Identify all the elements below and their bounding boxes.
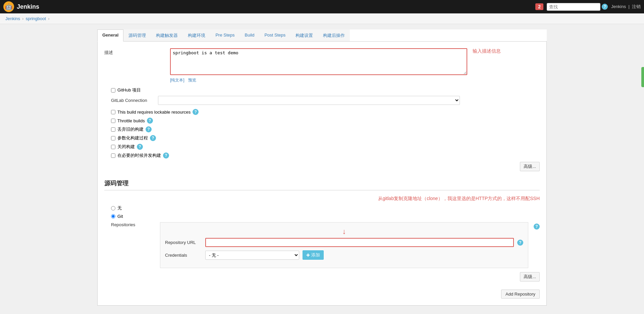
tab-source[interactable]: 源码管理 — [123, 29, 151, 41]
desc-control: springboot is a test demo [纯文本] 预览 — [170, 48, 467, 83]
add-cred-icon: ✚ — [306, 253, 310, 258]
throttle-checkbox[interactable] — [111, 119, 115, 123]
source-annotation: 从gitlab复制克隆地址（clone），我这里选的是HTTP方式的，这样不用配… — [378, 196, 540, 202]
throttle-row: Throttle builds ? — [111, 118, 540, 124]
gitlab-row: GitLab Connection — [111, 96, 540, 105]
right-bar-indicator — [641, 67, 644, 87]
add-cred-label: 添加 — [311, 252, 320, 258]
radio-none-row: 无 — [111, 205, 540, 211]
breadcrumb-sep-1: › — [22, 16, 23, 21]
tab-general[interactable]: General — [97, 29, 123, 42]
tabs-bar: General 源码管理 构建触发器 构建环境 Pre Steps Build … — [97, 29, 547, 42]
breadcrumb-springboot[interactable]: springboot — [25, 16, 46, 21]
repo-help-icon[interactable]: ? — [534, 224, 540, 230]
concurrent-checkbox[interactable] — [111, 153, 115, 158]
disable-checkbox[interactable] — [111, 145, 115, 149]
param-row: 参数化构建过程 ? — [111, 135, 540, 141]
repo-url-input[interactable]: http:// k/springboot.git — [205, 238, 514, 247]
credentials-label: Credentials — [165, 253, 202, 258]
param-checkbox[interactable] — [111, 136, 115, 140]
search-input[interactable] — [547, 3, 600, 11]
repo-actions: 高级... — [104, 272, 540, 281]
add-repo-row: Add Repository — [104, 286, 540, 299]
breadcrumb-sep-2: › — [48, 16, 49, 21]
breadcrumb: Jenkins › springboot › — [0, 13, 644, 24]
lockable-label: This build requires lockable resources — [117, 110, 191, 115]
throttle-help-icon[interactable]: ? — [147, 118, 153, 124]
repo-url-row: Repository URL http:// k/springboot.git … — [165, 238, 523, 247]
general-advanced-btn[interactable]: 高级... — [520, 162, 540, 171]
concurrent-help-icon[interactable]: ? — [163, 152, 169, 159]
discard-help-icon[interactable]: ? — [146, 126, 152, 132]
tab-poststeps[interactable]: Post Steps — [259, 29, 290, 41]
desc-label: 描述 — [104, 48, 165, 56]
tab-presteps[interactable]: Pre Steps — [210, 29, 239, 41]
tab-build[interactable]: Build — [240, 29, 260, 41]
content-panel: 描述 springboot is a test demo [纯文本] 预览 输入… — [97, 42, 547, 306]
desc-annotation: 输入描述信息 — [473, 48, 501, 54]
lockable-checkbox[interactable] — [111, 110, 115, 114]
radio-git-label: Git — [117, 214, 123, 219]
concurrent-label: 在必要的时候并发构建 — [117, 152, 161, 159]
github-row: GitHub 项目 — [111, 87, 540, 93]
add-credentials-btn[interactable]: ✚ 添加 — [303, 250, 324, 260]
arrow-icon: ↓ — [165, 227, 523, 236]
disable-label: 关闭构建 — [117, 144, 135, 150]
username-label: Jenkins — [611, 4, 626, 9]
user-info: Jenkins | 注销 — [611, 4, 641, 10]
logo: 🤖 Jenkins — [3, 1, 39, 12]
search-help-icon[interactable]: ? — [602, 4, 608, 10]
build-badge[interactable]: 2 — [535, 3, 543, 10]
desc-annotation-wrap: 输入描述信息 — [473, 48, 540, 58]
breadcrumb-jenkins[interactable]: Jenkins — [5, 16, 20, 21]
gitlab-label: GitLab Connection — [111, 98, 155, 103]
bottom-save-row: 保存 应用 — [97, 312, 547, 314]
param-label: 参数化构建过程 — [117, 135, 148, 141]
plain-text-link[interactable]: [纯文本] — [170, 78, 184, 82]
lockable-row: This build requires lockable resources ? — [111, 109, 540, 115]
repo-label: Repositories — [111, 222, 155, 227]
repo-advanced-btn[interactable]: 高级... — [520, 272, 540, 281]
radio-none[interactable] — [111, 206, 115, 210]
repositories-row: Repositories ↓ Repository URL http:// k/… — [111, 222, 540, 268]
tab-settings[interactable]: 构建设置 — [290, 29, 318, 41]
navbar: 🤖 Jenkins 2 ? Jenkins | 注销 — [0, 0, 644, 13]
discard-row: 丢弃旧的构建 ? — [111, 126, 540, 132]
concurrent-row: 在必要的时候并发构建 ? — [111, 152, 540, 159]
desc-row: 描述 springboot is a test demo [纯文本] 预览 输入… — [104, 48, 540, 83]
logout-link[interactable]: 注销 — [632, 4, 641, 9]
github-label: GitHub 项目 — [117, 87, 141, 93]
radio-git-row: Git — [111, 214, 540, 219]
repo-url-label: Repository URL — [165, 240, 202, 245]
preview-link[interactable]: 预览 — [188, 78, 196, 82]
radio-none-label: 无 — [117, 205, 122, 211]
disable-row: 关闭构建 ? — [111, 144, 540, 150]
desc-textarea[interactable]: springboot is a test demo — [170, 48, 467, 75]
navbar-title: Jenkins — [17, 3, 39, 10]
radio-git[interactable] — [111, 214, 115, 218]
credentials-row: Credentials - 无 - ✚ 添加 — [165, 250, 523, 260]
search-area: ? — [547, 3, 608, 11]
main-content: General 源码管理 构建触发器 构建环境 Pre Steps Build … — [91, 24, 553, 314]
github-checkbox[interactable] — [111, 88, 115, 92]
discard-label: 丢弃旧的构建 — [117, 126, 144, 132]
credentials-select[interactable]: - 无 - — [205, 251, 299, 260]
repo-box: ↓ Repository URL http:// k/springboot.gi… — [160, 222, 528, 268]
add-repository-btn[interactable]: Add Repository — [501, 290, 540, 299]
discard-checkbox[interactable] — [111, 127, 115, 132]
jenkins-logo-icon: 🤖 — [3, 1, 14, 12]
source-mgmt-title: 源码管理 — [104, 179, 540, 190]
param-help-icon[interactable]: ? — [150, 135, 156, 141]
gitlab-select[interactable] — [158, 96, 460, 105]
repo-url-help-icon[interactable]: ? — [517, 240, 523, 246]
tab-postbuild[interactable]: 构建后操作 — [318, 29, 350, 41]
tab-trigger[interactable]: 构建触发器 — [151, 29, 183, 41]
lockable-help-icon[interactable]: ? — [193, 109, 199, 115]
disable-help-icon[interactable]: ? — [137, 144, 143, 150]
throttle-label: Throttle builds — [117, 118, 145, 123]
tab-env[interactable]: 构建环境 — [183, 29, 210, 41]
